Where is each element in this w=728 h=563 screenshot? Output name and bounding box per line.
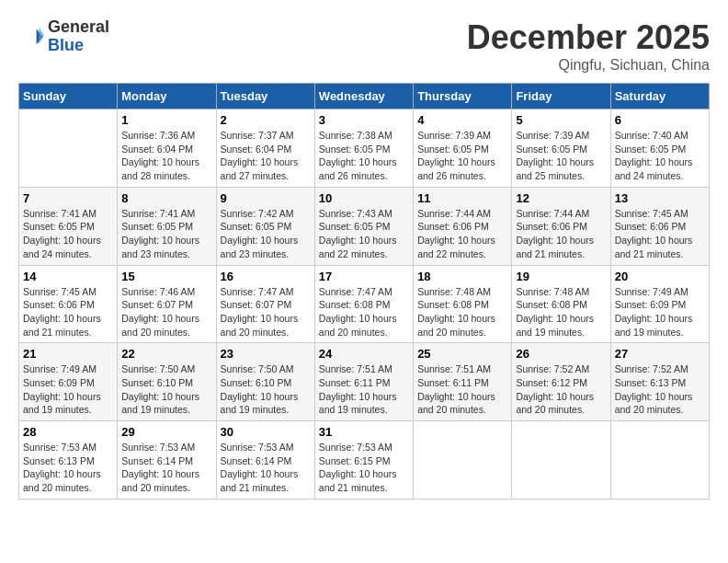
calendar-cell: 19Sunrise: 7:48 AM Sunset: 6:08 PM Dayli…: [512, 265, 610, 343]
calendar-cell: 26Sunrise: 7:52 AM Sunset: 6:12 PM Dayli…: [512, 343, 610, 421]
location: Qingfu, Sichuan, China: [467, 57, 710, 74]
calendar-cell: 24Sunrise: 7:51 AM Sunset: 6:11 PM Dayli…: [314, 343, 413, 421]
calendar-cell: 5Sunrise: 7:39 AM Sunset: 6:05 PM Daylig…: [512, 109, 610, 188]
day-info: Sunrise: 7:42 AM Sunset: 6:05 PM Dayligh…: [221, 207, 311, 261]
calendar-cell: 1Sunrise: 7:36 AM Sunset: 6:04 PM Daylig…: [118, 109, 216, 188]
day-number: 1: [121, 113, 211, 127]
day-number: 7: [23, 191, 113, 205]
calendar-cell: 14Sunrise: 7:45 AM Sunset: 6:06 PM Dayli…: [19, 265, 118, 343]
day-info: Sunrise: 7:51 AM Sunset: 6:11 PM Dayligh…: [319, 362, 409, 417]
day-info: Sunrise: 7:48 AM Sunset: 6:08 PM Dayligh…: [417, 285, 507, 339]
calendar-week-row: 28Sunrise: 7:53 AM Sunset: 6:13 PM Dayli…: [19, 421, 710, 500]
calendar-cell: 27Sunrise: 7:52 AM Sunset: 6:13 PM Dayli…: [610, 343, 709, 421]
calendar-header-row: SundayMondayTuesdayWednesdayThursdayFrid…: [19, 84, 710, 109]
calendar-cell: 31Sunrise: 7:53 AM Sunset: 6:15 PM Dayli…: [314, 421, 413, 500]
day-number: 25: [417, 347, 507, 361]
day-number: 2: [221, 113, 311, 127]
day-info: Sunrise: 7:53 AM Sunset: 6:14 PM Dayligh…: [221, 441, 311, 495]
day-number: 22: [121, 347, 211, 361]
calendar-cell: 22Sunrise: 7:50 AM Sunset: 6:10 PM Dayli…: [118, 343, 216, 421]
calendar-cell: 13Sunrise: 7:45 AM Sunset: 6:06 PM Dayli…: [610, 187, 709, 265]
calendar-week-row: 21Sunrise: 7:49 AM Sunset: 6:09 PM Dayli…: [19, 343, 710, 421]
calendar-cell: 7Sunrise: 7:41 AM Sunset: 6:05 PM Daylig…: [19, 187, 118, 265]
day-number: 28: [23, 425, 113, 439]
logo-blue: Blue: [48, 37, 109, 55]
day-number: 8: [121, 191, 211, 205]
day-info: Sunrise: 7:52 AM Sunset: 6:12 PM Dayligh…: [516, 362, 606, 417]
calendar-cell: 2Sunrise: 7:37 AM Sunset: 6:04 PM Daylig…: [216, 109, 314, 188]
calendar-cell: 11Sunrise: 7:44 AM Sunset: 6:06 PM Dayli…: [414, 187, 512, 265]
calendar-cell: 16Sunrise: 7:47 AM Sunset: 6:07 PM Dayli…: [216, 265, 314, 343]
calendar-cell: 17Sunrise: 7:47 AM Sunset: 6:08 PM Dayli…: [314, 265, 413, 343]
day-info: Sunrise: 7:39 AM Sunset: 6:05 PM Dayligh…: [516, 129, 606, 183]
calendar-cell: 6Sunrise: 7:40 AM Sunset: 6:05 PM Daylig…: [610, 109, 709, 188]
weekday-header: Wednesday: [314, 84, 413, 109]
day-number: 5: [516, 113, 606, 127]
day-number: 26: [516, 347, 606, 361]
calendar-cell: 12Sunrise: 7:44 AM Sunset: 6:06 PM Dayli…: [512, 187, 610, 265]
day-number: 19: [516, 270, 606, 283]
day-info: Sunrise: 7:53 AM Sunset: 6:14 PM Dayligh…: [121, 441, 211, 495]
day-info: Sunrise: 7:38 AM Sunset: 6:05 PM Dayligh…: [319, 129, 409, 183]
day-info: Sunrise: 7:48 AM Sunset: 6:08 PM Dayligh…: [516, 285, 606, 339]
calendar-cell: [610, 421, 709, 500]
logo-text: General Blue: [48, 18, 109, 55]
day-number: 15: [121, 270, 211, 283]
day-info: Sunrise: 7:53 AM Sunset: 6:15 PM Dayligh…: [319, 441, 409, 495]
month-title: December 2025: [467, 18, 710, 57]
day-info: Sunrise: 7:44 AM Sunset: 6:06 PM Dayligh…: [417, 207, 507, 261]
day-info: Sunrise: 7:49 AM Sunset: 6:09 PM Dayligh…: [23, 362, 113, 417]
day-info: Sunrise: 7:47 AM Sunset: 6:08 PM Dayligh…: [319, 285, 409, 339]
day-info: Sunrise: 7:49 AM Sunset: 6:09 PM Dayligh…: [615, 285, 705, 339]
day-number: 6: [615, 113, 705, 127]
calendar-cell: 10Sunrise: 7:43 AM Sunset: 6:05 PM Dayli…: [314, 187, 413, 265]
logo-icon: [18, 24, 44, 50]
day-number: 10: [319, 191, 409, 205]
calendar-cell: 28Sunrise: 7:53 AM Sunset: 6:13 PM Dayli…: [19, 421, 118, 500]
day-info: Sunrise: 7:39 AM Sunset: 6:05 PM Dayligh…: [417, 129, 507, 183]
calendar-week-row: 1Sunrise: 7:36 AM Sunset: 6:04 PM Daylig…: [19, 109, 710, 188]
calendar-cell: [19, 109, 118, 188]
weekday-header: Thursday: [414, 84, 512, 109]
calendar-cell: 3Sunrise: 7:38 AM Sunset: 6:05 PM Daylig…: [314, 109, 413, 188]
calendar-cell: [414, 421, 512, 500]
weekday-header: Monday: [118, 84, 216, 109]
day-info: Sunrise: 7:36 AM Sunset: 6:04 PM Dayligh…: [121, 129, 211, 183]
weekday-header: Saturday: [610, 84, 709, 109]
day-number: 29: [121, 425, 211, 439]
calendar-cell: 18Sunrise: 7:48 AM Sunset: 6:08 PM Dayli…: [414, 265, 512, 343]
day-number: 14: [23, 270, 113, 283]
day-info: Sunrise: 7:40 AM Sunset: 6:05 PM Dayligh…: [615, 129, 705, 183]
weekday-header: Tuesday: [216, 84, 314, 109]
day-info: Sunrise: 7:45 AM Sunset: 6:06 PM Dayligh…: [23, 285, 113, 339]
day-info: Sunrise: 7:53 AM Sunset: 6:13 PM Dayligh…: [23, 441, 113, 495]
calendar-week-row: 14Sunrise: 7:45 AM Sunset: 6:06 PM Dayli…: [19, 265, 710, 343]
day-number: 30: [221, 425, 311, 439]
day-info: Sunrise: 7:50 AM Sunset: 6:10 PM Dayligh…: [221, 362, 311, 417]
day-number: 31: [319, 425, 409, 439]
day-number: 20: [615, 270, 705, 283]
page-header: General Blue December 2025 Qingfu, Sichu…: [18, 18, 710, 74]
day-number: 11: [417, 191, 507, 205]
calendar-cell: 23Sunrise: 7:50 AM Sunset: 6:10 PM Dayli…: [216, 343, 314, 421]
day-info: Sunrise: 7:43 AM Sunset: 6:05 PM Dayligh…: [319, 207, 409, 261]
day-number: 24: [319, 347, 409, 361]
day-number: 16: [221, 270, 311, 283]
day-number: 18: [417, 270, 507, 283]
day-info: Sunrise: 7:41 AM Sunset: 6:05 PM Dayligh…: [23, 207, 113, 261]
calendar-cell: 4Sunrise: 7:39 AM Sunset: 6:05 PM Daylig…: [414, 109, 512, 188]
day-info: Sunrise: 7:45 AM Sunset: 6:06 PM Dayligh…: [615, 207, 705, 261]
calendar-cell: 15Sunrise: 7:46 AM Sunset: 6:07 PM Dayli…: [118, 265, 216, 343]
day-info: Sunrise: 7:41 AM Sunset: 6:05 PM Dayligh…: [121, 207, 211, 261]
day-info: Sunrise: 7:44 AM Sunset: 6:06 PM Dayligh…: [516, 207, 606, 261]
logo: General Blue: [18, 18, 109, 55]
calendar-cell: 29Sunrise: 7:53 AM Sunset: 6:14 PM Dayli…: [118, 421, 216, 500]
calendar-cell: [512, 421, 610, 500]
logo-general: General: [48, 18, 109, 37]
calendar-cell: 30Sunrise: 7:53 AM Sunset: 6:14 PM Dayli…: [216, 421, 314, 500]
day-info: Sunrise: 7:52 AM Sunset: 6:13 PM Dayligh…: [615, 362, 705, 417]
day-number: 4: [417, 113, 507, 127]
calendar-cell: 20Sunrise: 7:49 AM Sunset: 6:09 PM Dayli…: [610, 265, 709, 343]
calendar: SundayMondayTuesdayWednesdayThursdayFrid…: [18, 83, 710, 500]
calendar-cell: 8Sunrise: 7:41 AM Sunset: 6:05 PM Daylig…: [118, 187, 216, 265]
